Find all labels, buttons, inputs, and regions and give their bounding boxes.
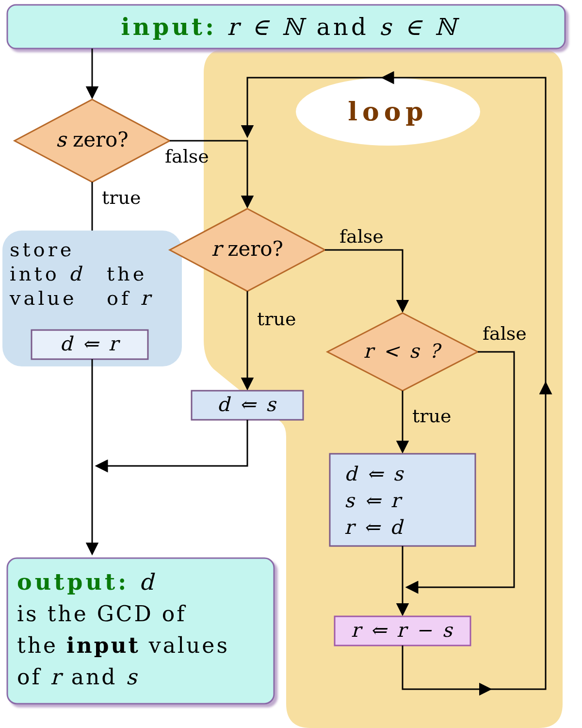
input-r-expr: r ∈ ℕ xyxy=(227,13,307,40)
store-l1: store xyxy=(10,238,74,261)
input-s-expr: s ∈ ℕ xyxy=(379,13,460,40)
label-szero-false: false xyxy=(165,146,209,167)
flowchart-diagram: loop input: r ∈ ℕ and s ∈ ℕ s zero? s ze… xyxy=(0,0,582,728)
svg-text:d ⇐ s
    s ⇐ r
    r ⇐ d: d ⇐ s s ⇐ r r ⇐ d xyxy=(344,463,413,538)
label-rzero-true: true xyxy=(257,308,296,330)
store-l3a: value xyxy=(9,287,77,309)
decision-s-zero-text: s zero? xyxy=(56,128,129,151)
assign-d-r-text: d ⇐ r xyxy=(60,332,121,355)
svg-text:the
     
    input
     
    : the input values xyxy=(17,633,229,658)
swap-l2: s ⇐ r xyxy=(344,489,403,512)
label-rlts-false: false xyxy=(483,323,527,344)
output-label: output: xyxy=(17,569,129,595)
input-and: and xyxy=(316,13,369,40)
store-l2a: into d xyxy=(10,263,84,285)
assign-d-s-text: d ⇐ s xyxy=(217,393,277,415)
svg-text:output:
      
    d: output: d xyxy=(17,569,156,595)
loop-label: loop xyxy=(348,97,428,126)
label-rzero-false: false xyxy=(340,226,384,247)
swap-l3: r ⇐ d xyxy=(344,516,404,538)
decision-r-zero-text: r zero? xyxy=(211,237,283,261)
output-l3c: values xyxy=(148,633,229,658)
svg-text:input:
     
    r ∈ ℕ
     
 : input: r ∈ ℕ and s ∈ ℕ xyxy=(121,13,460,40)
store-l3b: of r xyxy=(107,287,153,309)
update-r-text: r ⇐ r − s xyxy=(351,619,454,641)
output-l2: is the GCD of xyxy=(17,601,187,626)
input-label: input: xyxy=(121,13,217,40)
output-d: d xyxy=(139,569,156,595)
decision-r-lt-s-text: r < s ? xyxy=(364,340,442,362)
store-l2b: the xyxy=(107,263,147,285)
output-l3a: the xyxy=(17,633,58,658)
edge-ds-to-merge xyxy=(97,420,247,466)
svg-text:of r and s: of r and s xyxy=(17,664,139,689)
swap-l1: d ⇐ s xyxy=(344,463,405,485)
label-szero-true: true xyxy=(102,187,141,208)
label-rlts-true: true xyxy=(412,405,451,427)
output-l3b: input xyxy=(66,633,140,658)
